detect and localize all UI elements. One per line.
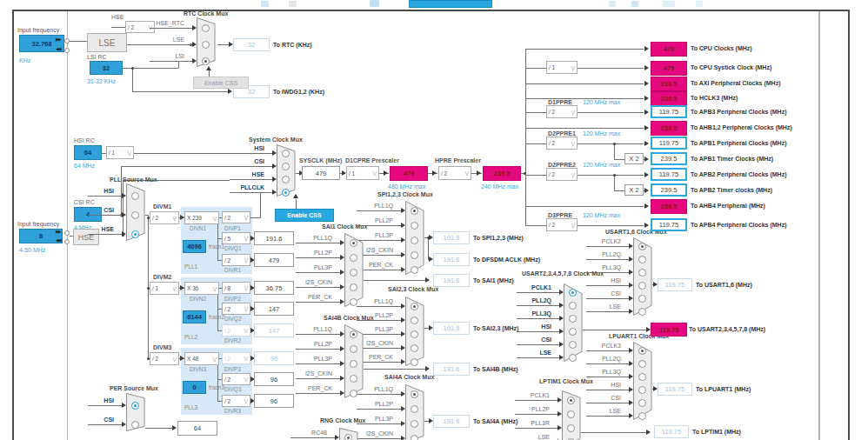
mux-input-radio[interactable] bbox=[282, 189, 290, 197]
toolbar-icon-6[interactable] bbox=[663, 1, 675, 7]
mux-input-radio[interactable] bbox=[638, 256, 646, 263]
mux-input-radio[interactable] bbox=[411, 420, 418, 428]
mux-input-radio[interactable] bbox=[638, 243, 646, 250]
mux-input-radio[interactable] bbox=[638, 373, 646, 381]
mux-input-radio[interactable] bbox=[202, 41, 210, 49]
mux-input-radio[interactable] bbox=[411, 266, 418, 274]
mux-input-radio[interactable] bbox=[350, 345, 357, 353]
bus-clock-output-box[interactable]: 119.75 bbox=[651, 218, 687, 231]
fracn-box[interactable]: 6144 bbox=[183, 310, 206, 323]
toolbar-icon-4[interactable] bbox=[609, 1, 616, 7]
mux-input-radio[interactable] bbox=[411, 222, 418, 230]
mux-input-radio[interactable] bbox=[350, 330, 357, 338]
pll-div-dropdown[interactable]: / 2⋁ bbox=[222, 324, 250, 337]
mux-input-radio[interactable] bbox=[282, 176, 290, 183]
prescaler-dropdown[interactable]: / 2⋁ bbox=[546, 105, 578, 118]
mux-input-radio[interactable] bbox=[567, 410, 575, 418]
mux-input-radio[interactable] bbox=[131, 402, 139, 410]
mux-input-label: PLLCLK bbox=[230, 184, 264, 190]
mux-input-radio[interactable] bbox=[569, 302, 577, 310]
mux-input-radio[interactable] bbox=[350, 283, 357, 291]
mux-input-radio[interactable] bbox=[202, 57, 210, 65]
prescaler-dropdown[interactable]: / 1⋁ bbox=[546, 61, 578, 74]
pll-div-dropdown[interactable]: / 5⋁ bbox=[222, 232, 250, 244]
mux-input-radio[interactable] bbox=[344, 434, 352, 440]
d1cpre-dropdown[interactable]: / 1⋁ bbox=[346, 166, 379, 180]
mux-input-radio[interactable] bbox=[282, 163, 290, 170]
lsi-value-box[interactable]: 32 bbox=[90, 61, 123, 75]
mux-input-radio[interactable] bbox=[411, 435, 418, 440]
mux-input-radio[interactable] bbox=[638, 308, 646, 316]
pll-div-dropdown[interactable]: / 2⋁ bbox=[222, 303, 250, 315]
pll-div-dropdown[interactable]: / 2⋁ bbox=[222, 395, 250, 407]
mux-input-radio[interactable] bbox=[131, 192, 139, 200]
pll-div-dropdown[interactable]: / 2⋁ bbox=[222, 211, 250, 223]
mux-input-radio[interactable] bbox=[567, 397, 575, 404]
toolbar-primary-button[interactable] bbox=[409, 0, 492, 8]
bus-clock-output-box[interactable]: 239.5 bbox=[651, 183, 687, 197]
mux-input-radio[interactable] bbox=[638, 347, 646, 355]
mux-input-radio[interactable] bbox=[567, 424, 575, 432]
pll-div-dropdown[interactable]: / 2⋁ bbox=[222, 254, 250, 266]
mux-input-radio[interactable] bbox=[131, 230, 139, 238]
mux-input-radio[interactable] bbox=[350, 360, 357, 368]
mux-input-radio[interactable] bbox=[569, 341, 577, 349]
divm-dropdown[interactable]: / 2⋁ bbox=[150, 211, 179, 224]
mux-input-radio[interactable] bbox=[411, 207, 418, 215]
prescaler-dropdown[interactable]: / 2⋁ bbox=[546, 137, 578, 150]
fracn-box[interactable]: 0 bbox=[183, 381, 206, 394]
rtc-enable-css-button[interactable]: Enable CSS bbox=[193, 77, 249, 89]
mux-input-radio[interactable] bbox=[350, 375, 357, 383]
mux-input-radio[interactable] bbox=[638, 282, 646, 290]
mux-input-radio[interactable] bbox=[638, 360, 646, 368]
bus-clock-output-box[interactable]: 119.75 bbox=[651, 168, 687, 181]
mux-input-radio[interactable] bbox=[411, 390, 418, 398]
pll-div-dropdown[interactable]: / 2⋁ bbox=[222, 373, 250, 385]
mux-input-radio[interactable] bbox=[411, 251, 418, 259]
mux-input-radio[interactable] bbox=[411, 344, 418, 352]
mux-input-radio[interactable] bbox=[350, 269, 357, 277]
divn-dropdown[interactable]: X 48⋁ bbox=[184, 352, 219, 365]
mux-input-radio[interactable] bbox=[569, 315, 577, 323]
mux-input-radio[interactable] bbox=[411, 237, 418, 244]
prescaler-dropdown[interactable]: / 2⋁ bbox=[546, 168, 578, 181]
fracn-box[interactable]: 4096 bbox=[183, 240, 206, 253]
hpre-dropdown[interactable]: / 2⋁ bbox=[438, 166, 471, 180]
mux-input-radio[interactable] bbox=[638, 295, 646, 303]
mux-input-radio[interactable] bbox=[569, 289, 577, 297]
toolbar-icon-3[interactable] bbox=[370, 0, 379, 7]
mux-input-radio[interactable] bbox=[131, 421, 139, 429]
toolbar-icon-2[interactable] bbox=[289, 1, 297, 7]
mux-input-radio[interactable] bbox=[131, 211, 139, 219]
mux-input-radio[interactable] bbox=[350, 239, 357, 247]
mux-input-radio[interactable] bbox=[350, 254, 357, 262]
sys-enable-css-button[interactable]: Enable CSS bbox=[275, 209, 334, 222]
mux-input-radio[interactable] bbox=[569, 328, 577, 336]
mux-input-radio[interactable] bbox=[411, 358, 418, 366]
toolbar-icon-1[interactable] bbox=[261, 1, 269, 7]
mux-input-radio[interactable] bbox=[202, 24, 210, 32]
bus-clock-output-box[interactable]: 119.75 bbox=[651, 137, 687, 150]
mux-input-radio[interactable] bbox=[282, 150, 290, 157]
mux-input-radio[interactable] bbox=[638, 386, 646, 394]
divn-dropdown[interactable]: X 239⋁ bbox=[184, 211, 219, 224]
hsi-divider-dropdown[interactable]: / 1⋁ bbox=[106, 146, 134, 159]
bus-clock-output-box[interactable]: 119.75 bbox=[651, 105, 687, 118]
mux-input-radio[interactable] bbox=[411, 330, 418, 338]
toolbar-icon-5[interactable] bbox=[631, 1, 638, 7]
mux-input-radio[interactable] bbox=[638, 412, 646, 420]
mux-input-radio[interactable] bbox=[638, 269, 646, 277]
mux-input-radio[interactable] bbox=[638, 399, 646, 407]
divm-dropdown[interactable]: / 2⋁ bbox=[150, 352, 179, 365]
divn-dropdown[interactable]: X 36⋁ bbox=[184, 282, 219, 295]
divm-dropdown[interactable]: / 1⋁ bbox=[150, 282, 179, 295]
pll-div-dropdown[interactable]: / 8⋁ bbox=[222, 282, 250, 294]
pll-div-dropdown[interactable]: / 2⋁ bbox=[222, 352, 250, 364]
mux-input-radio[interactable] bbox=[411, 405, 418, 413]
mux-input-radio[interactable] bbox=[411, 303, 418, 310]
bus-clock-output-box[interactable]: 239.5 bbox=[651, 152, 687, 165]
mux-input-radio[interactable] bbox=[411, 317, 418, 324]
prescaler-dropdown[interactable]: / 2⋁ bbox=[546, 218, 578, 231]
mux-input-radio[interactable] bbox=[569, 354, 577, 362]
toolbar-icon-7[interactable] bbox=[696, 1, 703, 7]
